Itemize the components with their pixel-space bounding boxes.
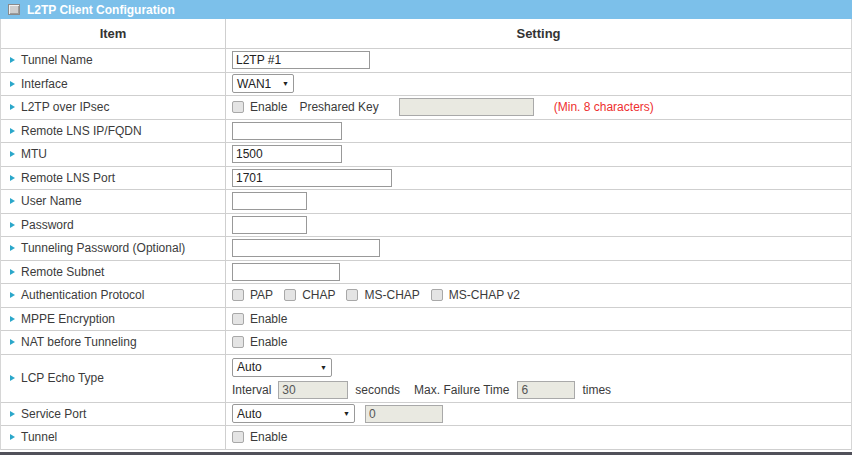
row-interface: Interface WAN1 ▼: [1, 73, 851, 97]
row-user-name: User Name: [1, 190, 851, 214]
row-label: Password: [21, 218, 74, 232]
chap-checkbox[interactable]: [284, 289, 296, 301]
row-mppe-encryption: MPPE Encryption Enable: [1, 308, 851, 332]
bullet-arrow-icon: [10, 339, 15, 345]
tunnel-name-input[interactable]: [232, 51, 370, 69]
ms-chap-checkbox[interactable]: [346, 289, 358, 301]
row-label: Tunneling Password (Optional): [21, 241, 185, 255]
preshared-key-input[interactable]: [399, 98, 534, 116]
bullet-arrow-icon: [10, 292, 15, 298]
bullet-arrow-icon: [10, 198, 15, 204]
row-label: User Name: [21, 194, 82, 208]
row-label: Authentication Protocol: [21, 288, 144, 302]
max-failure-time-label: Max. Failure Time: [414, 383, 509, 397]
row-remote-subnet: Remote Subnet: [1, 261, 851, 285]
row-password: Password: [1, 214, 851, 238]
enable-label: Enable: [250, 312, 287, 326]
collapse-icon[interactable]: [8, 4, 20, 15]
bullet-arrow-icon: [10, 151, 15, 157]
remote-lns-ip-input[interactable]: [232, 122, 342, 140]
column-header-item: Item: [1, 19, 226, 48]
mppe-enable-checkbox[interactable]: [232, 313, 244, 325]
selected-value: WAN1: [237, 77, 271, 91]
bullet-arrow-icon: [10, 411, 15, 417]
row-label: Service Port: [21, 407, 86, 421]
pap-label: PAP: [250, 288, 273, 302]
interval-unit: seconds: [355, 383, 400, 397]
next-section-edge: [0, 452, 852, 455]
chap-label: CHAP: [302, 288, 335, 302]
ms-chap-v2-checkbox[interactable]: [431, 289, 443, 301]
row-label: MTU: [21, 147, 47, 161]
lcp-echo-type-select[interactable]: Auto ▼: [232, 358, 332, 377]
l2tp-client-configuration-panel: L2TP Client Configuration Item Setting T…: [0, 0, 852, 457]
remote-lns-port-input[interactable]: [232, 169, 392, 187]
tunnel-enable-checkbox[interactable]: [232, 431, 244, 443]
row-label: L2TP over IPsec: [21, 100, 110, 114]
chevron-down-icon: ▼: [343, 410, 350, 417]
chevron-down-icon: ▼: [320, 364, 327, 371]
row-remote-lns-port: Remote LNS Port: [1, 167, 851, 191]
row-label: Interface: [21, 77, 68, 91]
row-label: LCP Echo Type: [21, 371, 104, 385]
ms-chap-v2-label: MS-CHAP v2: [449, 288, 520, 302]
interval-label: Interval: [232, 383, 271, 397]
bullet-arrow-icon: [10, 222, 15, 228]
failure-unit: times: [582, 383, 611, 397]
row-service-port: Service Port Auto ▼: [1, 403, 851, 427]
row-label: Tunnel Name: [21, 53, 93, 67]
row-tunneling-password: Tunneling Password (Optional): [1, 237, 851, 261]
password-input[interactable]: [232, 216, 307, 234]
row-label: MPPE Encryption: [21, 312, 115, 326]
enable-label: Enable: [250, 430, 287, 444]
row-authentication-protocol: Authentication Protocol PAP CHAP MS-CHAP: [1, 284, 851, 308]
enable-label: Enable: [250, 100, 287, 114]
max-failure-time-input[interactable]: [517, 381, 575, 399]
row-label: Remote LNS Port: [21, 171, 115, 185]
bullet-arrow-icon: [10, 175, 15, 181]
bullet-arrow-icon: [10, 269, 15, 275]
bullet-arrow-icon: [10, 375, 15, 381]
interface-select[interactable]: WAN1 ▼: [232, 74, 294, 93]
ipsec-enable-checkbox[interactable]: [232, 101, 244, 113]
enable-label: Enable: [250, 335, 287, 349]
bullet-arrow-icon: [10, 57, 15, 63]
bullet-arrow-icon: [10, 81, 15, 87]
user-name-input[interactable]: [232, 192, 307, 210]
column-header-setting: Setting: [226, 19, 851, 48]
selected-value: Auto: [237, 407, 262, 421]
section-header: L2TP Client Configuration: [0, 0, 852, 19]
interval-input[interactable]: [278, 381, 348, 399]
nat-enable-checkbox[interactable]: [232, 336, 244, 348]
row-label: Remote Subnet: [21, 265, 104, 279]
row-label: Remote LNS IP/FQDN: [21, 124, 142, 138]
row-mtu: MTU: [1, 143, 851, 167]
row-nat-before-tunneling: NAT before Tunneling Enable: [1, 331, 851, 355]
bullet-arrow-icon: [10, 245, 15, 251]
bullet-arrow-icon: [10, 316, 15, 322]
section-title: L2TP Client Configuration: [27, 3, 175, 17]
row-remote-lns-ip: Remote LNS IP/FQDN: [1, 120, 851, 144]
ms-chap-label: MS-CHAP: [364, 288, 419, 302]
remote-subnet-input[interactable]: [232, 263, 340, 281]
service-port-input[interactable]: [365, 405, 443, 423]
row-label: Tunnel: [21, 430, 57, 444]
mtu-input[interactable]: [232, 145, 342, 163]
bullet-arrow-icon: [10, 128, 15, 134]
row-tunnel-name: Tunnel Name: [1, 49, 851, 73]
config-table: Item Setting Tunnel Name Interface WAN1 …: [0, 19, 852, 450]
pap-checkbox[interactable]: [232, 289, 244, 301]
preshared-key-hint: (Min. 8 characters): [554, 100, 654, 114]
row-lcp-echo-type: LCP Echo Type Auto ▼ Interval seconds Ma…: [1, 355, 851, 403]
preshared-key-label: Preshared Key: [299, 100, 378, 114]
selected-value: Auto: [237, 360, 262, 374]
service-port-select[interactable]: Auto ▼: [232, 404, 355, 423]
chevron-down-icon: ▼: [282, 80, 289, 87]
row-tunnel: Tunnel Enable: [1, 426, 851, 450]
bullet-arrow-icon: [10, 434, 15, 440]
row-label: NAT before Tunneling: [21, 335, 137, 349]
tunneling-password-input[interactable]: [232, 239, 380, 257]
table-header-row: Item Setting: [1, 19, 851, 49]
bullet-arrow-icon: [10, 104, 15, 110]
row-l2tp-over-ipsec: L2TP over IPsec Enable Preshared Key (Mi…: [1, 96, 851, 120]
